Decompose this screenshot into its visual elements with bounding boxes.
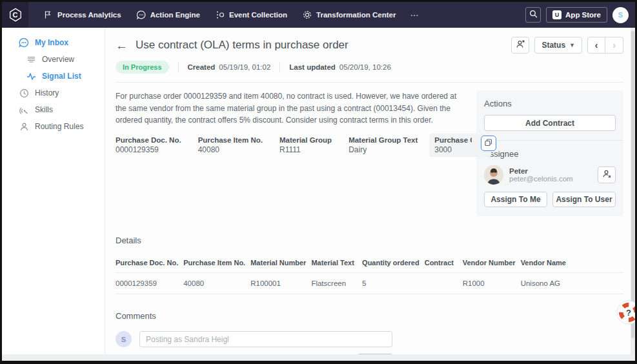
field-material-group-text: Material Group Text Dairy <box>349 136 418 154</box>
assignee-title: Assignee <box>484 149 616 159</box>
field-label: Material Group Text <box>349 136 418 144</box>
assign-to-user-button[interactable]: Assign To User <box>552 192 616 207</box>
app-store-button[interactable]: U App Store <box>546 7 607 23</box>
flag-icon <box>44 10 53 19</box>
table-cell: Unisono AG <box>521 273 623 294</box>
prev-signal-button[interactable]: ‹ <box>587 37 605 54</box>
send-row: SEND <box>116 354 392 354</box>
assign-buttons: Assign To Me Assign To User <box>484 192 616 207</box>
body: My Inbox Overview Signal List History <box>2 28 635 354</box>
column-header: Vendor Number <box>463 253 521 273</box>
nav-item-action-engine[interactable]: Action Engine <box>129 2 208 28</box>
details-header-row: Purchase Doc. No. Purchase Item No. Mate… <box>116 253 623 273</box>
status-badge: In Progress <box>116 61 169 74</box>
sidebar-item-label: History <box>35 88 59 97</box>
signal-fields: Purchase Doc. No. 0000129359 Purchase It… <box>116 136 466 157</box>
signal-description: For purchase order 0000129359 and item 4… <box>116 90 466 126</box>
comments-title: Comments <box>116 311 623 321</box>
assign-to-me-button[interactable]: Assign To Me <box>484 192 547 207</box>
assignee-name: Peter <box>509 167 573 175</box>
table-cell: Flatscreen <box>311 273 362 294</box>
signal-body: For purchase order 0000129359 and item 4… <box>116 90 476 157</box>
field-label: Purchase Organiz <box>434 136 472 144</box>
celonis-logo[interactable]: C <box>2 2 28 28</box>
nav-more-menu[interactable]: ⋯ <box>403 10 426 20</box>
back-button[interactable]: ← <box>116 39 128 52</box>
table-cell: 40080 <box>183 273 250 294</box>
assign-person-button[interactable] <box>511 37 529 54</box>
content-header: ← Use contract (OLA) terms in purchase o… <box>116 28 623 54</box>
signal-main-row: For purchase order 0000129359 and item 4… <box>116 90 623 216</box>
page-bottom-shadow <box>2 354 635 361</box>
meta-row: In Progress Created 05/19/19, 01:02 Last… <box>116 61 623 83</box>
nav-item-label: Event Collection <box>229 11 287 19</box>
history-clock-icon <box>19 88 29 98</box>
next-signal-button[interactable]: › <box>605 37 623 54</box>
nav-item-transformation-center[interactable]: Transformation Center <box>295 2 403 28</box>
field-value: R1111 <box>279 145 332 154</box>
assignee-row: Peter peter@celonis.com <box>484 165 616 185</box>
sidebar-item-my-inbox[interactable]: My Inbox <box>2 34 105 51</box>
search-button[interactable] <box>525 7 541 23</box>
column-header: Purchase Item No. <box>183 253 250 273</box>
sidebar-item-skills[interactable]: Skills <box>2 101 105 118</box>
comment-compose-row: S <box>116 331 623 347</box>
help-button[interactable]: ? <box>616 300 637 325</box>
column-header: Quantity ordered <box>362 253 425 273</box>
created-label: Created <box>188 63 216 71</box>
add-contract-button[interactable]: Add Contract <box>484 115 616 131</box>
copy-button[interactable] <box>481 136 496 151</box>
nav-item-label: Transformation Center <box>316 11 396 19</box>
gear-icon <box>303 10 312 19</box>
comments-section: Comments S SEND <box>116 311 623 354</box>
table-cell: 5 <box>362 273 425 294</box>
nav-item-process-analytics[interactable]: Process Analytics <box>36 2 129 28</box>
divider <box>476 140 623 141</box>
list-lines-icon <box>26 55 36 65</box>
assignee-info: Peter peter@celonis.com <box>509 167 573 183</box>
field-value: Dairy <box>349 145 418 154</box>
send-button[interactable]: SEND <box>358 354 392 354</box>
details-title: Details <box>116 236 623 245</box>
status-dropdown-label: Status <box>541 41 565 50</box>
field-value: 40080 <box>198 145 263 154</box>
person-icon <box>19 122 29 132</box>
details-section: Details Purchase Doc. No. Purchase Item … <box>116 236 623 294</box>
app-window: C Process Analytics Action Engine Eve <box>0 0 637 364</box>
column-header: Contract <box>425 253 463 273</box>
status-dropdown[interactable]: Status ▼ <box>534 37 582 54</box>
inbox-chat-icon <box>19 37 29 48</box>
user-avatar[interactable]: S <box>612 7 629 23</box>
sidebar-item-overview[interactable]: Overview <box>2 51 105 68</box>
field-purchase-organization[interactable]: Purchase Organiz 3000 <box>429 134 491 157</box>
comment-input[interactable] <box>139 331 392 347</box>
column-header: Purchase Doc. No. <box>116 253 183 273</box>
field-label: Material Group <box>279 136 332 144</box>
search-icon <box>529 9 538 21</box>
hexagon-logo-icon: C <box>8 8 23 22</box>
sidebar-item-history[interactable]: History <box>2 85 105 101</box>
field-value: 3000 <box>434 145 472 154</box>
table-cell <box>425 273 463 294</box>
actions-panel: Actions Add Contract Assignee Peter pete… <box>476 90 623 216</box>
sidebar: My Inbox Overview Signal List History <box>2 28 105 354</box>
table-cell: R100001 <box>250 273 311 294</box>
column-header: Material Text <box>311 253 362 273</box>
table-row[interactable]: 0000129359 40080 R100001 Flatscreen 5 R1… <box>116 273 623 294</box>
sidebar-item-label: Overview <box>42 55 74 64</box>
field-value: 0000129359 <box>116 145 181 154</box>
person-add-icon <box>516 39 525 52</box>
nav-item-event-collection[interactable]: Event Collection <box>208 2 295 28</box>
remove-assignee-button[interactable] <box>598 167 616 183</box>
updated-value: 05/20/19, 10:26 <box>339 63 391 71</box>
scrollbar-thumb[interactable] <box>631 31 634 338</box>
field-purchase-item-no: Purchase Item No. 40080 <box>198 136 263 154</box>
sidebar-item-signal-list[interactable]: Signal List <box>2 68 105 85</box>
nav-menu: Process Analytics Action Engine Event Co… <box>36 2 426 28</box>
chat-bubble-icon <box>137 10 146 19</box>
field-label: Purchase Item No. <box>198 136 263 144</box>
sidebar-item-routing-rules[interactable]: Routing Rules <box>2 118 105 135</box>
table-cell: R1000 <box>463 273 521 294</box>
sidebar-item-label: My Inbox <box>35 38 68 47</box>
navbar-right: U App Store S <box>525 7 635 23</box>
